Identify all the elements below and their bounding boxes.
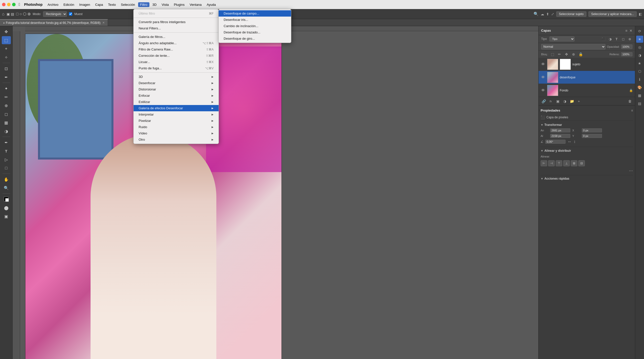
right-history-icon[interactable]: ⟳ — [636, 28, 643, 35]
submenu-desenfoque-campo[interactable]: Desenfoque de campo... — [219, 10, 291, 17]
marquee-tool[interactable]: ⬚ — [2, 36, 11, 44]
type-tool[interactable]: T — [2, 147, 11, 155]
menu-punto-fuga[interactable]: Punto de fuga... ⌥⌘V — [134, 65, 219, 71]
path-selection-tool[interactable]: ▷ — [2, 156, 11, 164]
menu-seleccion[interactable]: Selección — [119, 2, 137, 7]
quick-mask-tool[interactable]: ⬤ — [2, 204, 11, 212]
menu-3d[interactable]: 3D ▶ — [134, 74, 219, 80]
zoom-tool[interactable]: 🔍 — [2, 184, 11, 192]
screen-mode-tool[interactable]: ▣ — [2, 212, 11, 220]
menu-archivo[interactable]: Archivo — [46, 2, 60, 7]
layer-folder-btn[interactable]: 📁 — [569, 98, 575, 104]
gradient-tool[interactable]: ▦ — [2, 119, 11, 127]
menu-texto[interactable]: Texto — [106, 2, 118, 7]
menu-edicion[interactable]: Edición — [61, 2, 76, 7]
maximize-button[interactable] — [12, 3, 16, 6]
right-gradients-icon[interactable]: ▤ — [636, 100, 643, 107]
share-icon[interactable]: ⬆ — [546, 12, 549, 16]
layer-row-desenfoque[interactable]: 👁 desenfoque — [539, 71, 635, 84]
menu-ventana[interactable]: Ventana — [188, 2, 204, 7]
eraser-tool[interactable]: ◻ — [2, 110, 11, 118]
shape-tool[interactable]: □ — [2, 164, 11, 172]
more-options-icon[interactable]: ⋯ — [629, 169, 633, 173]
x-input[interactable] — [582, 128, 602, 132]
shape-ellipse-icon[interactable]: ○ — [19, 12, 22, 16]
filter-smartobj-icon[interactable]: ⊕ — [627, 36, 632, 42]
filter-adj-icon[interactable]: ◑ — [607, 36, 613, 42]
menu-interpretar[interactable]: Interpretar ▶ — [134, 111, 219, 118]
seleccionar-aplicar-button[interactable]: Seleccionar y aplicar máscara... — [588, 11, 637, 17]
transform-section[interactable]: ▼ Transformar — [541, 122, 633, 128]
menu-imagen[interactable]: Imagen — [77, 2, 92, 7]
menu-distorsionar[interactable]: Distorsionar ▶ — [134, 86, 219, 92]
lock-all-btn[interactable]: 🔒 — [578, 52, 583, 57]
right-channels-icon[interactable]: ◎ — [636, 44, 643, 51]
healing-tool[interactable]: ✦ — [2, 84, 11, 92]
quick-actions-section[interactable]: ▼ Acciones rápidas — [541, 175, 633, 181]
menu-vista[interactable]: Vista — [159, 2, 171, 7]
layer-link-btn[interactable]: 🔗 — [541, 98, 547, 104]
menu-camera-raw[interactable]: Filtro de Camera Raw... ⇧⌘A — [134, 46, 219, 53]
tool-options-icon[interactable]: ▤ — [11, 12, 14, 16]
right-info-icon[interactable]: ℹ — [636, 76, 643, 83]
y-input[interactable] — [582, 134, 602, 138]
menu-ruido[interactable]: Ruido ▶ — [134, 124, 219, 130]
layer-fx-btn[interactable]: fx — [548, 98, 554, 104]
angle-input[interactable] — [545, 140, 566, 144]
right-3d-icon[interactable]: ⬡ — [636, 68, 643, 75]
menu-convertir[interactable]: Convertir para filtros inteligentes — [134, 19, 219, 25]
properties-menu-icon[interactable]: ≡ — [631, 109, 633, 112]
align-top-btn[interactable]: ⊥ — [563, 160, 570, 166]
menu-3d[interactable]: 3D — [150, 2, 159, 7]
menu-capa[interactable]: Capa — [93, 2, 105, 7]
expand-icon[interactable]: ⤢ — [551, 12, 554, 16]
submenu-desenfocar-iris[interactable]: Desenfocar iris... — [219, 17, 291, 23]
menu-desenfocar[interactable]: Desenfocar ▶ — [134, 80, 219, 86]
crop-tool[interactable]: ⊡ — [2, 65, 11, 73]
menu-filtro[interactable]: Filtro — [138, 2, 149, 7]
layer-adjustment-btn[interactable]: ◑ — [562, 98, 568, 104]
flip-h-btn[interactable]: ↔ — [568, 139, 572, 144]
opacity-input[interactable] — [621, 44, 632, 49]
menu-neural[interactable]: Neural Filters... — [134, 25, 219, 31]
shape-rect-icon[interactable]: □ — [16, 12, 19, 16]
lock-pixels-btn[interactable]: ✏ — [557, 52, 562, 57]
menu-galeria-efectos[interactable]: Galería de efectos Desenfocar ▶ — [134, 105, 219, 111]
submenu-desenfoque-giro[interactable]: Desenfoque de giro... — [219, 35, 291, 42]
submenu-desenfoque-trazado[interactable]: Desenfoque de trazado... — [219, 29, 291, 35]
blend-mode-select[interactable]: Normal — [541, 44, 606, 49]
right-swatches-icon[interactable]: ▦ — [636, 92, 643, 99]
hand-tool[interactable]: ✋ — [2, 175, 11, 183]
magic-wand-tool[interactable]: ✧ — [2, 53, 11, 61]
layers-collapse-icon[interactable]: ≡ — [625, 29, 627, 33]
dodge-tool[interactable]: ◑ — [2, 127, 11, 135]
mode-select[interactable]: Rectángulo — [43, 11, 67, 17]
menu-plugins[interactable]: Plugins — [172, 2, 187, 7]
right-styles-icon[interactable]: ★ — [636, 60, 643, 67]
layer-new-btn[interactable]: + — [576, 98, 582, 104]
filter-shape-icon[interactable]: ◻ — [620, 36, 626, 42]
flip-v-btn[interactable]: ↕ — [574, 139, 576, 144]
filter-pixel-icon[interactable]: ⬛ — [601, 36, 606, 42]
eyedropper-tool[interactable]: ✒ — [2, 73, 11, 81]
foreground-bg-color[interactable] — [2, 195, 11, 203]
doc-tab[interactable]: ● Fotografía tutorial desenfocar fondo.j… — [0, 19, 108, 26]
home-icon[interactable]: ⌂ — [2, 12, 5, 16]
menu-estilizar[interactable]: Estilizar ▶ — [134, 99, 219, 105]
menu-pixelizar[interactable]: Pixelizar ▶ — [134, 118, 219, 124]
alinear-section[interactable]: ▼ Alinear y distribuir — [541, 147, 633, 153]
height-input[interactable] — [550, 134, 570, 138]
fill-input[interactable] — [621, 52, 632, 56]
lasso-tool[interactable]: ⌖ — [2, 45, 11, 53]
clone-stamp-tool[interactable]: ⊕ — [2, 101, 11, 110]
filter-type-icon[interactable]: T — [614, 36, 619, 42]
menu-angulo-ancho[interactable]: Ángulo ancho adaptable... ⌥⇧⌘A — [134, 40, 219, 46]
menu-licuar[interactable]: Licuar... ⇧⌘X — [134, 59, 219, 65]
shape-polygon-icon[interactable]: ⬡ — [23, 12, 26, 16]
apple-logo-icon[interactable]:  — [19, 2, 20, 7]
brush-tool[interactable]: ✏ — [2, 93, 11, 101]
seleccionar-sujeto-button[interactable]: Seleccionar sujeto — [556, 11, 586, 17]
tool-select-icon[interactable]: ▣ — [7, 12, 10, 16]
close-button[interactable] — [2, 3, 6, 6]
search-icon[interactable]: 🔍 — [534, 12, 539, 16]
